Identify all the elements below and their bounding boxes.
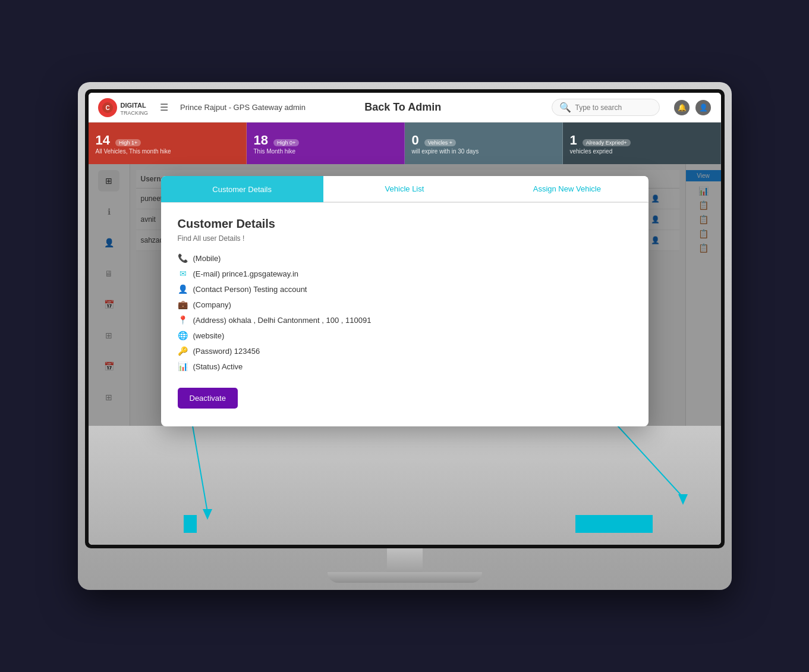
top-nav: C DIGITAL TRACKING ☰ Prince Rajput - GPS… [89,93,721,123]
user-avatar[interactable]: 👤 [695,100,711,115]
detail-row-contact: 👤 (Contact Person) Testing account [178,284,632,294]
detail-mobile-text: (Mobile) [193,254,221,263]
monitor-stand [85,548,725,583]
search-icon: 🔍 [559,102,571,113]
detail-address-text: (Address) okhala , Delhi Cantonment , 10… [193,316,372,325]
tab-vehicle-list[interactable]: Vehicle List [323,176,486,202]
detail-row-company: 💼 (Company) [178,300,632,309]
svg-line-2 [193,426,207,512]
detail-email-text: (E-mail) prince1.gpsgateway.in [193,269,299,278]
deactivate-button[interactable]: Deactivate [178,388,238,409]
email-icon: ✉ [178,269,188,278]
back-to-admin-button[interactable]: Back To Admin [364,101,441,114]
detail-company-text: (Company) [193,300,231,309]
screen-frame: C DIGITAL TRACKING ☰ Prince Rajput - GPS… [85,89,725,548]
logo-icon: C [98,98,117,117]
stat-number-0: 14 High 1+ [96,133,239,148]
monitor: C DIGITAL TRACKING ☰ Prince Rajput - GPS… [78,82,732,590]
modal-tabs: Customer Details Vehicle List Assign New… [161,176,649,203]
address-icon: 📍 [178,315,188,325]
svg-line-4 [618,426,683,497]
arrow-marker-right [575,515,653,533]
detail-password-text: (Password) 123456 [193,347,260,356]
logo-main-text: DIGITAL [121,102,146,109]
phone-icon: 📞 [178,253,188,263]
contact-icon: 👤 [178,284,188,294]
detail-website-text: (website) [193,331,225,340]
screen: C DIGITAL TRACKING ☰ Prince Rajput - GPS… [89,93,721,545]
logo-area: C DIGITAL TRACKING [98,98,149,117]
detail-status-text: (Status) Active [193,362,243,371]
search-bar: 🔍 [552,99,660,116]
detail-row-mobile: 📞 (Mobile) [178,253,632,263]
stat-card-1: 18 High 0+ This Month hike [247,123,405,164]
svg-text:C: C [105,105,109,111]
stat-card-0: 14 High 1+ All Vehicles, This month hike [89,123,247,164]
detail-row-email: ✉ (E-mail) prince1.gpsgateway.in [178,269,632,278]
stat-label-0: All Vehicles, This month hike [96,148,239,155]
nav-icons: 🔔 👤 [674,100,711,115]
main-content: ⊞ ℹ 👤 🖥 📅 ⊞ 📅 ⊞ Username Fi [89,164,721,426]
stat-label-2: will expire with in 30 days [412,148,555,155]
password-icon: 🔑 [178,346,188,356]
modal-subtitle: Find All user Details ! [178,234,632,243]
arrow-marker-left [184,515,197,533]
detail-row-password: 🔑 (Password) 123456 [178,346,632,356]
hamburger-icon[interactable]: ☰ [160,102,168,113]
stat-number-2: 0 Vehicles + [412,133,555,148]
search-input[interactable] [575,103,652,112]
modal-body: Customer Details Find All user Details !… [161,203,649,426]
stat-number-1: 18 High 0+ [254,133,397,148]
stat-card-3: 1 Already Expried+ vehicles expried [563,123,721,164]
stat-label-1: This Month hike [254,148,397,155]
modal-title: Customer Details [178,217,632,231]
website-icon: 🌐 [178,331,188,340]
customer-details-modal: Customer Details Vehicle List Assign New… [161,176,649,426]
detail-row-website: 🌐 (website) [178,331,632,340]
modal-overlay: Customer Details Vehicle List Assign New… [89,164,721,426]
detail-contact-text: (Contact Person) Testing account [193,285,307,294]
detail-row-address: 📍 (Address) okhala , Delhi Cantonment , … [178,315,632,325]
stand-base [328,572,482,583]
stats-row: 14 High 1+ All Vehicles, This month hike… [89,123,721,164]
stat-card-2: 0 Vehicles + will expire with in 30 days [405,123,563,164]
nav-user-title: Prince Rajput - GPS Gateway admin [180,103,306,112]
stat-number-3: 1 Already Expried+ [570,133,713,148]
logo-text-block: DIGITAL TRACKING [121,99,149,116]
company-icon: 💼 [178,300,188,309]
stat-label-3: vehicles expried [570,148,713,155]
detail-row-status: 📊 (Status) Active [178,362,632,371]
stand-neck [387,548,423,572]
status-icon: 📊 [178,362,188,371]
notification-icon[interactable]: 🔔 [674,100,690,115]
svg-marker-3 [203,509,212,520]
tab-customer-details[interactable]: Customer Details [161,176,323,202]
svg-marker-5 [678,494,688,505]
arrow-container [89,426,721,545]
tab-assign-vehicle[interactable]: Assign New Vehicle [486,176,648,202]
logo-sub-text: TRACKING [121,110,149,116]
